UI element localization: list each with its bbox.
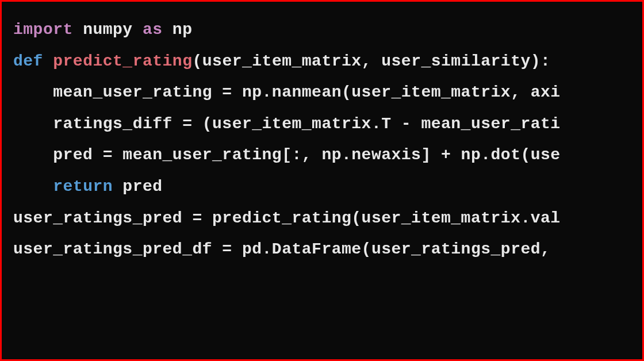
code-line-5: ratings_diff = (user_item_matrix.T - mea…	[13, 109, 631, 140]
keyword-return: return	[53, 178, 113, 195]
code-line-1: import numpy as np	[13, 14, 631, 46]
indent	[13, 178, 53, 195]
keyword-def: def	[13, 52, 43, 70]
code-line-3: def predict_rating(user_item_matrix, use…	[13, 46, 631, 78]
params: (user_item_matrix, user_similarity):	[192, 52, 550, 70]
return-value: pred	[113, 178, 163, 195]
module-name: numpy	[73, 21, 143, 39]
code-line-4: mean_user_rating = np.nanmean(user_item_…	[13, 77, 631, 109]
code-line-6: pred = mean_user_rating[:, np.newaxis] +…	[13, 140, 631, 171]
keyword-as: as	[143, 21, 163, 39]
alias-name: np	[163, 21, 193, 39]
code-line-10: user_ratings_pred_df = pd.DataFrame(user…	[13, 234, 631, 266]
code-block: import numpy as np def predict_rating(us…	[0, 0, 644, 361]
code-line-7: return pred	[13, 171, 631, 203]
code-line-9: user_ratings_pred = predict_rating(user_…	[13, 203, 631, 235]
keyword-import: import	[13, 21, 73, 39]
function-name: predict_rating	[53, 52, 192, 70]
space	[43, 52, 53, 70]
